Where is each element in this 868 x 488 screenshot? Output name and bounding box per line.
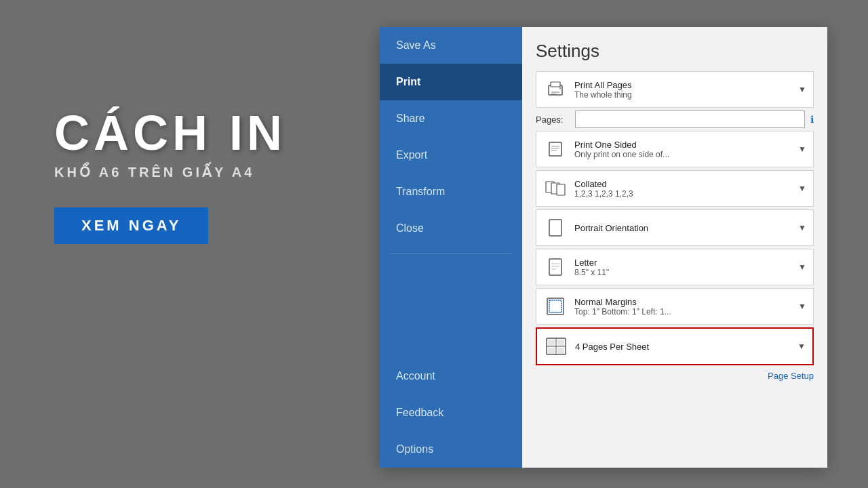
collated-main: Collated bbox=[574, 179, 793, 189]
pages-per-sheet-arrow: ▼ bbox=[797, 342, 806, 351]
sidebar-item-save-as[interactable]: Save As bbox=[380, 27, 522, 64]
sidebar-item-close[interactable]: Close bbox=[380, 210, 522, 247]
print-all-pages-main: Print All Pages bbox=[574, 80, 793, 90]
print-all-pages-arrow: ▼ bbox=[798, 85, 806, 94]
margins-main: Normal Margins bbox=[574, 297, 793, 307]
letter-main: Letter bbox=[574, 258, 793, 268]
settings-title: Settings bbox=[536, 41, 814, 62]
subtitle: KHỔ A6 TRÊN GIẤY A4 bbox=[54, 164, 286, 180]
margins-sub: Top: 1" Bottom: 1" Left: 1... bbox=[574, 307, 793, 317]
pages-info-icon[interactable]: ℹ bbox=[810, 114, 814, 125]
pages-label: Pages: bbox=[536, 115, 570, 125]
pages-input[interactable] bbox=[575, 110, 805, 128]
setting-row-collated[interactable]: Collated 1,2,3 1,2,3 1,2,3 ▼ bbox=[536, 170, 814, 207]
setting-text-collated: Collated 1,2,3 1,2,3 1,2,3 bbox=[574, 179, 793, 199]
svg-rect-2 bbox=[551, 92, 559, 93]
collated-sub: 1,2,3 1,2,3 1,2,3 bbox=[574, 189, 793, 199]
setting-text-margins: Normal Margins Top: 1" Bottom: 1" Left: … bbox=[574, 297, 793, 317]
svg-rect-12 bbox=[549, 220, 561, 236]
page-setup-link[interactable]: Page Setup bbox=[768, 371, 814, 381]
margins-arrow: ▼ bbox=[798, 302, 806, 311]
sidebar-item-share[interactable]: Share bbox=[380, 100, 522, 137]
svg-rect-13 bbox=[549, 259, 561, 275]
sidebar-item-export[interactable]: Export bbox=[380, 137, 522, 174]
letter-arrow: ▼ bbox=[798, 262, 806, 272]
xem-ngay-button[interactable]: XEM NGAY bbox=[54, 207, 208, 244]
sidebar-item-options[interactable]: Options bbox=[380, 431, 522, 468]
portrait-main: Portrait Orientation bbox=[574, 223, 793, 233]
setting-text-letter: Letter 8.5" x 11" bbox=[574, 258, 793, 277]
letter-icon bbox=[543, 255, 568, 279]
setting-text-portrait: Portrait Orientation bbox=[574, 223, 793, 233]
portrait-arrow: ▼ bbox=[798, 223, 806, 232]
one-sided-sub: Only print on one side of... bbox=[574, 150, 793, 159]
print-all-pages-sub: The whole thing bbox=[574, 90, 793, 100]
sidebar-item-feedback[interactable]: Feedback bbox=[380, 394, 522, 431]
sidebar-divider bbox=[391, 253, 511, 254]
sidebar-item-print[interactable]: Print bbox=[380, 64, 522, 100]
svg-rect-24 bbox=[548, 348, 555, 354]
svg-rect-11 bbox=[557, 184, 565, 195]
collated-icon bbox=[543, 176, 568, 201]
svg-rect-25 bbox=[557, 348, 564, 354]
sidebar: Save As Print Share Export Transform Clo… bbox=[380, 27, 522, 468]
setting-text-print-all-pages: Print All Pages The whole thing bbox=[574, 80, 793, 100]
setting-row-margins[interactable]: Normal Margins Top: 1" Bottom: 1" Left: … bbox=[536, 288, 814, 325]
svg-rect-22 bbox=[548, 340, 555, 346]
one-sided-arrow: ▼ bbox=[798, 144, 806, 154]
pages-sheet-icon bbox=[544, 334, 568, 359]
svg-point-4 bbox=[559, 87, 561, 89]
setting-text-pages-per-sheet: 4 Pages Per Sheet bbox=[575, 342, 792, 352]
main-content: Settings Print All Pages The whole thing… bbox=[522, 27, 827, 468]
svg-rect-5 bbox=[549, 142, 561, 156]
svg-rect-3 bbox=[551, 94, 557, 95]
setting-row-pages-per-sheet[interactable]: ➤ 4 Pages Per Sheet ▼ bbox=[536, 327, 814, 365]
page-setup-row: Page Setup bbox=[536, 369, 814, 382]
svg-rect-23 bbox=[557, 340, 564, 346]
collated-arrow: ▼ bbox=[798, 184, 806, 193]
setting-row-letter[interactable]: Letter 8.5" x 11" ▼ bbox=[536, 249, 814, 285]
setting-row-portrait[interactable]: Portrait Orientation ▼ bbox=[536, 209, 814, 246]
sidebar-item-transform[interactable]: Transform bbox=[380, 174, 522, 210]
margins-icon bbox=[543, 294, 568, 319]
svg-rect-1 bbox=[551, 82, 560, 87]
print-pages-icon bbox=[543, 77, 568, 102]
left-content: CÁCH IN KHỔ A6 TRÊN GIẤY A4 XEM NGAY bbox=[54, 108, 286, 244]
main-title: CÁCH IN bbox=[54, 108, 286, 157]
word-panel: Save As Print Share Export Transform Clo… bbox=[380, 27, 827, 468]
one-sided-icon bbox=[543, 137, 568, 161]
pages-row: Pages: ℹ bbox=[536, 110, 814, 128]
one-sided-main: Print One Sided bbox=[574, 140, 793, 150]
sidebar-bottom: Account Feedback Options bbox=[380, 358, 522, 468]
portrait-icon bbox=[543, 216, 568, 240]
setting-text-one-sided: Print One Sided Only print on one side o… bbox=[574, 140, 793, 159]
pages-per-sheet-main: 4 Pages Per Sheet bbox=[575, 342, 792, 352]
setting-row-print-one-sided[interactable]: Print One Sided Only print on one side o… bbox=[536, 131, 814, 167]
letter-sub: 8.5" x 11" bbox=[574, 268, 793, 277]
setting-row-print-all-pages[interactable]: Print All Pages The whole thing ▼ bbox=[536, 71, 814, 108]
sidebar-item-account[interactable]: Account bbox=[380, 358, 522, 394]
